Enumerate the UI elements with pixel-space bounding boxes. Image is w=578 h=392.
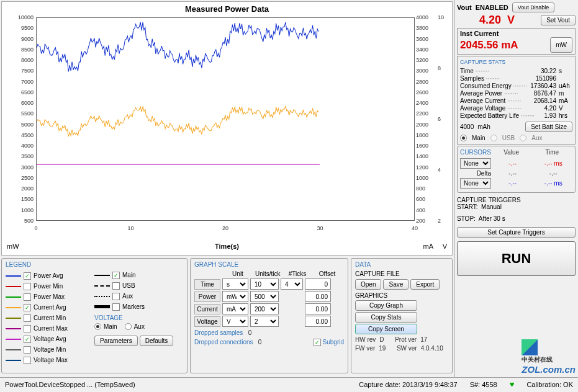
capture-stats: CAPTURE STATS Time ········30.22sSamples…	[457, 56, 576, 145]
src-aux-radio[interactable]	[520, 135, 526, 141]
device-status: PowerTool.DeviceStopped ... (TempSaved)	[5, 381, 135, 388]
vout-disable-button[interactable]: Vout Disable	[512, 2, 555, 12]
legend-cb-usb[interactable]	[112, 282, 120, 290]
legend-panel: LEGEND Power AvgPower MinPower MaxCurren…	[1, 258, 187, 373]
gs-time-ticks[interactable]: 4	[281, 278, 303, 290]
heart-icon: ♥	[510, 380, 515, 389]
save-button[interactable]: Save	[383, 279, 409, 290]
legend-cb-main[interactable]	[112, 272, 120, 279]
cursors-panel: CURSORSValueTime None -.-- -.-- ms Delta…	[457, 146, 576, 193]
chart: Measured Power Data 50010001500200025003…	[1, 1, 453, 256]
legend-title: LEGEND	[6, 261, 94, 268]
chart-title: Measured Power Data	[2, 2, 452, 16]
y-axis-right-v: 246810	[436, 17, 449, 221]
legend-cb-power-avg[interactable]	[24, 272, 31, 280]
cursor1-select[interactable]: None	[460, 158, 491, 169]
legend-cb-current-min[interactable]	[24, 314, 31, 322]
status-bar: PowerTool.DeviceStopped ... (TempSaved) …	[0, 377, 578, 391]
subgrid-checkbox[interactable]	[314, 339, 321, 346]
y-axis-right-ma: 2004006008001000120014001600180020002200…	[415, 17, 433, 221]
legend-cb-power-min[interactable]	[24, 283, 31, 290]
calibration-status: Calibration: OK	[526, 381, 573, 388]
graphscale-panel: GRAPH SCALE Unit Units/tick #Ticks Offse…	[190, 258, 348, 373]
voltage-aux-radio[interactable]	[125, 323, 132, 330]
legend-cb-markers[interactable]	[112, 303, 120, 311]
legend-cb-voltage-avg[interactable]	[24, 336, 31, 343]
x-axis-label: Time(s)	[215, 243, 239, 250]
data-panel: DATA CAPTURE FILE Open Save Export GRAPH…	[351, 258, 453, 373]
legend-cb-current-avg[interactable]	[24, 304, 31, 311]
mw-button[interactable]: mW	[550, 37, 572, 53]
gs-power-offset[interactable]	[305, 291, 331, 302]
gs-voltage-offset[interactable]	[305, 316, 331, 327]
gs-voltage-upt[interactable]: 2	[250, 316, 279, 327]
vout-label: Vout	[457, 4, 472, 11]
gs-voltage-unit[interactable]: V	[222, 316, 248, 327]
voltage-main-radio[interactable]	[94, 323, 101, 330]
legend-cb-power-max[interactable]	[24, 293, 31, 301]
left-unit: mW	[7, 243, 19, 250]
voltage-group-label: VOLTAGE	[94, 314, 183, 321]
parameters-button[interactable]: Parameters	[94, 336, 138, 346]
copy-stats-button[interactable]: Copy Stats	[355, 312, 417, 323]
copy-graph-button[interactable]: Copy Graph	[355, 300, 417, 311]
legend-cb-voltage-min[interactable]	[24, 346, 31, 354]
plot-area[interactable]	[36, 17, 415, 221]
x-axis: 010203040	[36, 224, 415, 239]
inst-current-box: Inst Current 2045.56 mA mW	[457, 28, 576, 55]
gs-current-unit[interactable]: mA	[222, 303, 248, 314]
right-unit-v: V	[443, 243, 447, 250]
copy-screen-button[interactable]: Copy Screen	[355, 324, 417, 334]
legend-cb-aux[interactable]	[112, 293, 120, 300]
gs-time-unit[interactable]: s	[222, 278, 248, 290]
set-batt-size-button[interactable]: Set Batt Size	[525, 122, 572, 132]
right-unit-ma: mA	[423, 243, 434, 250]
y-axis-left: 5001000150020002500300035004000450050005…	[13, 17, 35, 221]
vout-enabled: ENABLED	[476, 4, 508, 11]
legend-cb-voltage-max[interactable]	[24, 357, 31, 364]
cursor2-select[interactable]: None	[460, 178, 491, 189]
gs-current-upt[interactable]: 200	[250, 303, 279, 314]
capture-triggers-title: CAPTURE TRIGGERS	[457, 197, 576, 203]
set-vout-button[interactable]: Set Vout	[541, 15, 576, 25]
gs-power-upt[interactable]: 500	[250, 291, 279, 302]
export-button[interactable]: Export	[410, 279, 440, 290]
run-button[interactable]: RUN	[457, 241, 576, 276]
set-capture-triggers-button[interactable]: Set Capture Triggers	[457, 227, 576, 238]
capture-date: Capture date: 2013/3/19 9:48:37	[359, 381, 457, 388]
src-main-radio[interactable]	[460, 135, 467, 141]
open-button[interactable]: Open	[355, 279, 381, 290]
defaults-button[interactable]: Defaults	[140, 336, 174, 346]
gs-current-offset[interactable]	[305, 303, 331, 314]
serial-number: S#: 4558	[470, 381, 497, 388]
gs-time-upt[interactable]: 10	[250, 278, 279, 290]
legend-cb-current-max[interactable]	[24, 325, 31, 332]
src-usb-radio[interactable]	[490, 135, 497, 141]
gs-time-offset[interactable]	[305, 278, 331, 290]
gs-power-unit[interactable]: mW	[222, 291, 248, 302]
